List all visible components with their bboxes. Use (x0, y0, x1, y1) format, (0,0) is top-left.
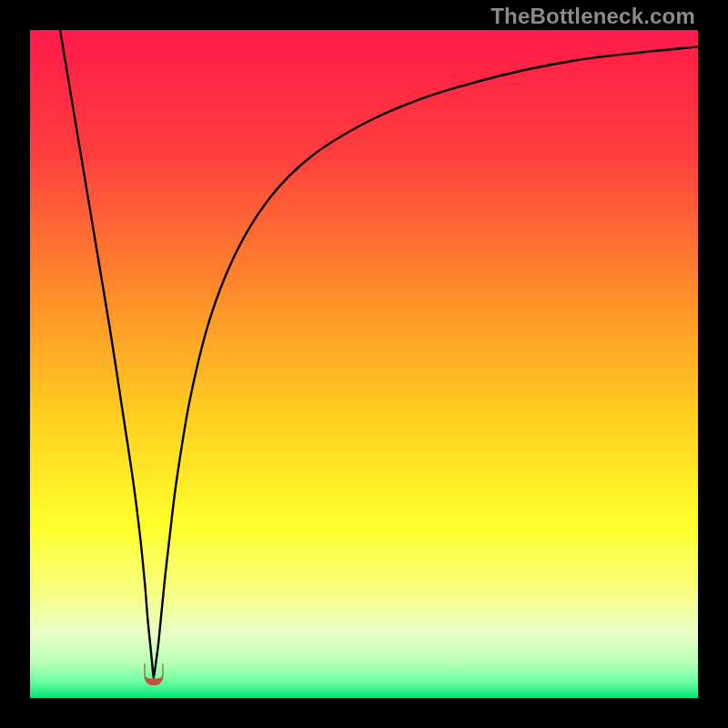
optimal-point-marker (141, 663, 167, 685)
plot-area (30, 30, 698, 698)
watermark-text: TheBottleneck.com (490, 4, 695, 29)
chart-frame: TheBottleneck.com (0, 0, 728, 728)
bottleneck-curve (30, 30, 698, 698)
